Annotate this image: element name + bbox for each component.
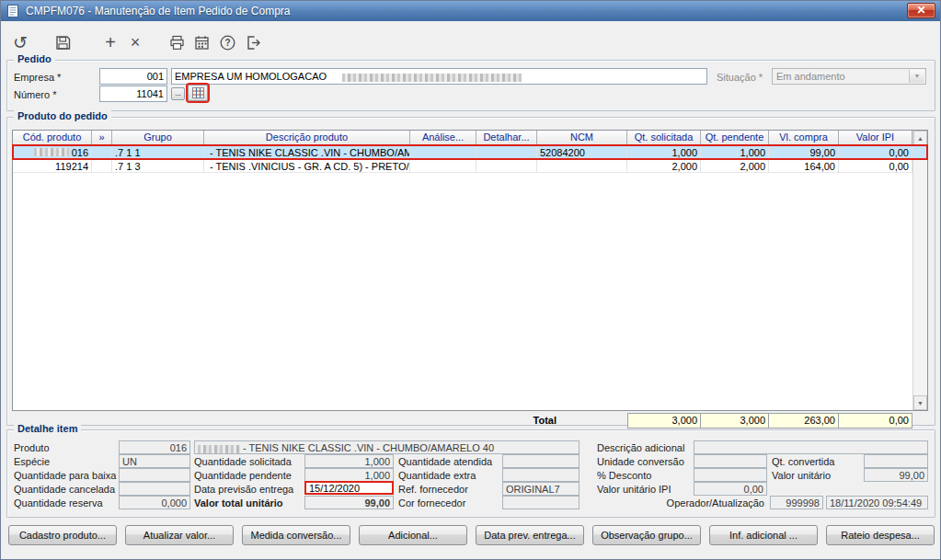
qtd-reserva-label: Quantidade reserva	[14, 497, 103, 509]
help-button[interactable]: ?	[215, 31, 239, 53]
rateio-despesa-button[interactable]: Rateio despesa...	[826, 525, 935, 545]
valor-ipi-field[interactable]: 0,00	[694, 482, 767, 496]
valor-unitario-field[interactable]: 99,00	[864, 468, 928, 482]
header-detalhar[interactable]: Detalhar...	[476, 131, 537, 145]
total-vl-compra: 263,00	[768, 413, 839, 429]
qtd-reserva-field[interactable]: 0,000	[119, 496, 190, 509]
cor-fornecedor-label: Cor fornecedor	[398, 497, 465, 509]
titlebar[interactable]: CMPFM076 - Manutenção de Item Pedido de …	[1, 1, 940, 21]
footer-button-bar: Cadastro produto... Atualizar valor... M…	[8, 525, 935, 545]
delete-item-button[interactable]: ×	[123, 31, 147, 53]
header-cod-produto[interactable]: Cód. produto	[13, 131, 92, 145]
qtd-baixa-field[interactable]	[119, 468, 190, 482]
grid-row-selected[interactable]: 016 .7 1 1 - TENIS NIKE CLASSIC .VIN - C…	[13, 145, 927, 159]
numero-field[interactable]: 11041	[99, 86, 167, 102]
valor-ipi-label: Valor unitário IPI	[597, 483, 671, 496]
medida-conversao-button[interactable]: Medida conversão...	[242, 525, 350, 545]
ref-fornecedor-field[interactable]: ORIGINAL7	[502, 482, 580, 496]
qtd-pendente-field[interactable]: 1,000	[304, 468, 394, 482]
total-valor-ipi: 0,00	[838, 413, 912, 429]
numero-lookup-button[interactable]: ...	[171, 87, 185, 100]
header-grupo[interactable]: Grupo	[112, 131, 204, 145]
data-prev-field[interactable]: 15/12/2020	[304, 481, 394, 495]
data-prev-label: Data previsão entrega	[194, 483, 293, 496]
grid-view-button[interactable]	[188, 85, 208, 101]
cor-fornecedor-field[interactable]	[502, 496, 580, 509]
qt-convertida-field[interactable]	[864, 454, 928, 468]
atualizacao-field[interactable]: 18/11/2020 09:54:49	[826, 496, 928, 509]
inf-adicional-button[interactable]: Inf. adicional ...	[709, 525, 818, 545]
qtd-extra-field[interactable]	[502, 468, 580, 482]
qtd-pendente-label: Quantidade pendente	[194, 469, 292, 482]
qtd-solicitada-field[interactable]: 1,000	[304, 454, 394, 468]
desc-adicional-field[interactable]	[694, 440, 928, 454]
empresa-name-field[interactable]: EMPRESA UM HOMOLOGACAO	[171, 68, 707, 85]
header-qt-solicitada[interactable]: Qt. solicitada	[627, 131, 701, 145]
refresh-button[interactable]: ↺	[8, 31, 32, 53]
especie-field[interactable]: UN	[119, 454, 190, 468]
cadastro-produto-button[interactable]: Cadastro produto...	[8, 525, 117, 545]
atualizar-valor-button[interactable]: Atualizar valor...	[125, 525, 234, 545]
total-qt-pendente: 3,000	[700, 413, 769, 429]
header-chevron[interactable]: »	[92, 131, 112, 145]
header-vl-compra[interactable]: Vl. compra	[769, 131, 839, 145]
situacao-select[interactable]: Em andamento ▼	[772, 68, 926, 85]
close-button[interactable]: ✕	[907, 3, 935, 18]
qtd-cancelada-label: Quantidade cancelada	[14, 483, 115, 496]
scroll-down-button[interactable]: ▼	[913, 395, 927, 410]
cell-analise	[410, 145, 476, 159]
desconto-field[interactable]	[694, 468, 767, 482]
situacao-value: Em andamento	[776, 71, 845, 82]
grid-row[interactable]: 119214 .7 1 3 - TENIS .VINICIUS - GR. A …	[13, 159, 927, 173]
redacted-text	[34, 148, 69, 156]
add-item-button[interactable]: +	[98, 31, 122, 53]
numero-label: Número *	[14, 88, 56, 101]
header-analise[interactable]: Análise...	[410, 131, 476, 145]
cell-valor-ipi: 0,00	[839, 159, 912, 173]
cell-analise	[410, 159, 476, 173]
produto-label: Produto	[14, 441, 50, 454]
cell-detalhar	[476, 145, 537, 159]
empresa-code-field[interactable]: 001	[99, 68, 167, 85]
header-qt-pendente[interactable]: Qt. pendente	[701, 131, 769, 145]
cell-descricao: - TENIS .VINICIUS - GR. A CD. 5) - PRETO…	[204, 159, 410, 173]
cell-chevron	[92, 145, 112, 159]
valor-total-field[interactable]: 99,00	[304, 496, 394, 509]
save-button[interactable]	[51, 31, 75, 53]
produto-desc-field[interactable]: - TENIS NIKE CLASSIC .VIN - CHUMBO/AMARE…	[194, 440, 580, 454]
data-prev-entrega-button[interactable]: Data prev. entrega...	[476, 525, 584, 545]
plus-icon: +	[105, 34, 116, 51]
qtd-atendida-field[interactable]	[502, 454, 580, 468]
qtd-baixa-label: Quantidade para baixa	[14, 469, 116, 482]
calendar-button[interactable]	[189, 31, 213, 53]
qtd-cancelada-field[interactable]	[119, 482, 190, 496]
produto-code-field[interactable]: 016	[119, 440, 190, 454]
calendar-icon	[193, 34, 211, 51]
group-pedido-title: Pedido	[14, 53, 55, 64]
save-icon	[54, 34, 72, 51]
ref-fornecedor-label: Ref. fornecedor	[398, 483, 468, 496]
qtd-atendida-label: Quantidade atendida	[398, 455, 492, 468]
header-ncm[interactable]: NCM	[537, 131, 627, 145]
printer-icon	[168, 34, 186, 51]
grid-vertical-scrollbar[interactable]: ▲ ▼	[912, 131, 927, 410]
unidade-conversao-field[interactable]	[694, 454, 767, 468]
operador-field[interactable]: 999998	[770, 496, 823, 509]
cell-cod: 119214	[13, 159, 92, 173]
scroll-up-button[interactable]: ▲	[913, 131, 927, 145]
cell-ncm: 52084200	[537, 145, 627, 159]
window: CMPFM076 - Manutenção de Item Pedido de …	[0, 0, 941, 560]
desconto-label: % Desconto	[597, 469, 651, 482]
header-valor-ipi[interactable]: Valor IPI	[839, 131, 912, 145]
adicional-button[interactable]: Adicional...	[359, 525, 467, 545]
redacted-text	[342, 74, 522, 82]
cell-qt-pendente: 2,000	[701, 159, 769, 173]
print-button[interactable]	[165, 31, 189, 53]
valor-unitario-label: Valor unitário	[772, 469, 831, 482]
valor-total-label: Valor total unitário	[194, 497, 283, 509]
observacao-grupo-button[interactable]: Observação grupo...	[592, 525, 701, 545]
exit-button[interactable]	[241, 31, 265, 53]
especie-label: Espécie	[14, 455, 50, 468]
cell-qt-solicitada: 1,000	[627, 145, 701, 159]
header-descricao[interactable]: Descrição produto	[204, 131, 410, 145]
